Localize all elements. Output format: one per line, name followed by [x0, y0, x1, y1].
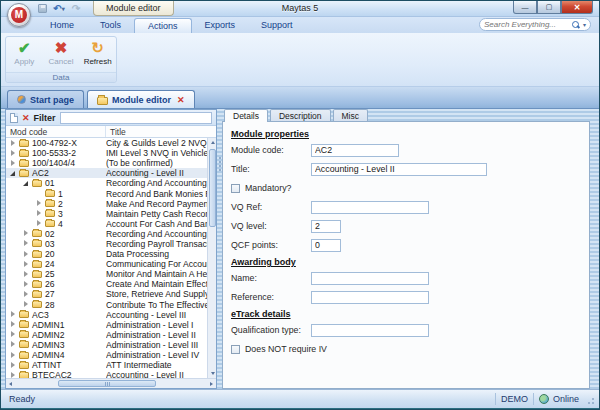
clear-filter-icon[interactable]: ✕: [22, 113, 30, 123]
module-code-input[interactable]: [311, 144, 399, 157]
cancel-button[interactable]: ✖Cancel: [43, 39, 78, 66]
qcf-points-label: QCF points:: [231, 240, 311, 250]
scroll-up-icon[interactable]: [208, 138, 216, 147]
vq-level-input[interactable]: [311, 220, 341, 233]
ab-reference-input[interactable]: [311, 291, 429, 304]
expander-icon[interactable]: [23, 291, 30, 298]
title-input[interactable]: [311, 163, 487, 176]
qcf-points-input[interactable]: [311, 239, 341, 252]
expander-icon[interactable]: [10, 331, 17, 338]
tree-row[interactable]: ATTINTATT Intermediate: [6, 360, 207, 370]
application-menu-button[interactable]: M: [7, 3, 31, 27]
vertical-scroll-thumb[interactable]: [209, 149, 216, 227]
ribbon-tab-home[interactable]: Home: [37, 18, 87, 33]
document-tab-label: Start page: [30, 95, 74, 105]
document-tab-start-page[interactable]: Start page: [7, 90, 84, 108]
new-page-icon[interactable]: [10, 113, 18, 123]
vq-ref-input[interactable]: [311, 201, 429, 214]
tree-row[interactable]: 20Data Processing: [6, 249, 207, 259]
tree-row[interactable]: 100/1404/4(To be confirmed): [6, 158, 207, 168]
save-button[interactable]: [35, 2, 49, 15]
folder-icon: [32, 230, 42, 237]
tree-row[interactable]: ADMIN1Administration - Level I: [6, 320, 207, 330]
expander-icon[interactable]: [10, 362, 17, 369]
tree-row[interactable]: 100-4792-XCity & Guilds Level 2 NVQ in H…: [6, 138, 207, 148]
expander-icon[interactable]: [10, 160, 17, 167]
qual-type-input[interactable]: [311, 324, 429, 337]
column-header-mod-code[interactable]: Mod code: [6, 126, 106, 137]
redo-button[interactable]: ↷: [69, 2, 83, 15]
field-row-mandatory: Mandatory?: [231, 181, 581, 195]
expander-icon[interactable]: [23, 271, 30, 278]
tree-row[interactable]: 24Communicating For Accounting: [6, 259, 207, 269]
expander-icon[interactable]: [10, 321, 17, 328]
expander-icon[interactable]: [23, 281, 30, 288]
expander-icon[interactable]: [36, 210, 43, 217]
expander-icon[interactable]: [23, 251, 30, 258]
ribbon-tab-actions[interactable]: Actions: [134, 18, 192, 33]
mod-code-cell: 100-5533-2: [32, 148, 76, 158]
expander-icon[interactable]: [10, 341, 17, 348]
scroll-down-icon[interactable]: [208, 369, 216, 378]
tree-row[interactable]: 26Create And Maintain Effective Working: [6, 279, 207, 289]
minimize-button[interactable]: —: [513, 1, 537, 14]
ribbon-tab-support[interactable]: Support: [248, 18, 306, 33]
expander-icon[interactable]: [36, 220, 43, 227]
tree-row[interactable]: 2Make And Record Payments: [6, 199, 207, 209]
ribbon-tab-tools[interactable]: Tools: [87, 18, 134, 33]
tree-row[interactable]: 03Recording Payroll Transactions: [6, 239, 207, 249]
expander-icon[interactable]: [23, 261, 30, 268]
tree-row[interactable]: AC3Accounting - Level III: [6, 310, 207, 320]
mod-code-cell: 24: [45, 259, 55, 269]
tree-row[interactable]: 01Recording And Accounting For Cash T: [6, 178, 207, 188]
filter-input[interactable]: [60, 112, 212, 124]
expander-icon[interactable]: [23, 301, 30, 308]
tree-horizontal-scrollbar[interactable]: [6, 378, 216, 388]
tree-row[interactable]: 25Monitor And Maintain A Healthy, Safe: [6, 269, 207, 279]
search-caret-icon[interactable]: ▾: [583, 21, 586, 28]
document-tab-module-editor[interactable]: Module editor✕: [87, 90, 195, 108]
tree-row[interactable]: 27Store, Retrieve And Supply Informatio: [6, 289, 207, 299]
refresh-button[interactable]: ↻Refresh: [80, 39, 115, 66]
tree-row[interactable]: 02Recording And Accounting For Credit: [6, 229, 207, 239]
expander-icon[interactable]: [10, 352, 17, 359]
expander-icon[interactable]: [23, 180, 30, 187]
tree-row[interactable]: ADMIN2Administration - Level II: [6, 330, 207, 340]
column-header-title[interactable]: Title: [106, 126, 216, 137]
details-tab-details[interactable]: Details: [224, 109, 268, 122]
tree-row[interactable]: AC2Accounting - Level II: [6, 168, 207, 178]
expander-icon[interactable]: [10, 150, 17, 157]
tree-row[interactable]: 100-5533-2IMI Level 3 NVQ in Vehicle Mai…: [6, 148, 207, 158]
expander-icon[interactable]: [23, 240, 30, 247]
search-icon[interactable]: [572, 21, 580, 29]
expander-icon[interactable]: [10, 170, 17, 177]
tree-vertical-scrollbar[interactable]: [207, 138, 216, 378]
tree-row[interactable]: BTECAC2Accounting - Level II: [6, 370, 207, 378]
tree-row[interactable]: 4Account For Cash And Bank Transacti: [6, 219, 207, 229]
scroll-right-icon[interactable]: [207, 379, 216, 388]
online-status-label: Online: [553, 394, 579, 404]
apply-button[interactable]: ✔Apply: [7, 39, 42, 66]
expander-icon[interactable]: [10, 140, 17, 147]
tree-row[interactable]: 28Contribute To The Effectiveness Of Th: [6, 300, 207, 310]
undo-button[interactable]: ↶▾: [52, 2, 66, 15]
expander-icon[interactable]: [23, 230, 30, 237]
search-input[interactable]: [484, 20, 572, 29]
tree-row[interactable]: ADMIN3Administration - Level III: [6, 340, 207, 350]
expander-icon[interactable]: [36, 200, 43, 207]
search-box[interactable]: ▾: [479, 18, 591, 31]
close-tab-icon[interactable]: ✕: [177, 95, 185, 105]
horizontal-scroll-thumb[interactable]: [58, 380, 156, 387]
ab-name-input[interactable]: [311, 272, 429, 285]
mandatory-checkbox[interactable]: [231, 184, 240, 193]
no-iv-checkbox[interactable]: [231, 345, 240, 354]
maximize-button[interactable]: ▢: [537, 1, 561, 14]
tree-row[interactable]: ADMIN4Administration - Level IV: [6, 350, 207, 360]
tree-row[interactable]: 3Maintain Petty Cash Records: [6, 209, 207, 219]
tree-row[interactable]: 1Record And Bank Monies Received: [6, 188, 207, 198]
scroll-left-icon[interactable]: [6, 379, 15, 388]
resize-grip[interactable]: [585, 393, 595, 405]
ribbon-tab-exports[interactable]: Exports: [192, 18, 249, 33]
expander-icon[interactable]: [10, 311, 17, 318]
close-button[interactable]: ✕: [561, 1, 593, 14]
